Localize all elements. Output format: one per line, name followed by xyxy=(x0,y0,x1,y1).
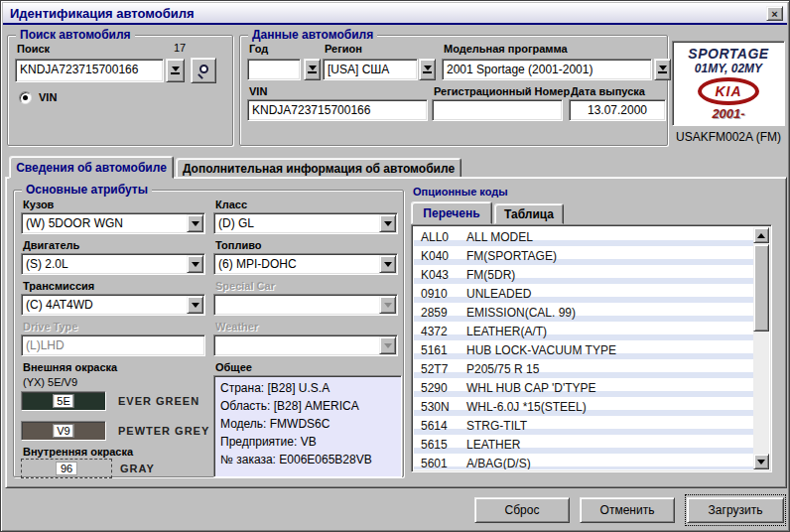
option-row[interactable]: 5614STRG-TILT xyxy=(414,416,753,435)
general-country: Страна: [B28] U.S.A xyxy=(220,379,395,397)
option-row[interactable]: 2859EMISSION(CAL. 99) xyxy=(414,303,753,322)
model-program-dropdown-button[interactable] xyxy=(654,59,671,80)
registration-number-label: Регистрационный Номер xyxy=(434,85,570,97)
down-arrow-icon xyxy=(757,460,765,465)
load-button[interactable]: Загрузить xyxy=(687,497,784,523)
down-arrow-icon[interactable] xyxy=(379,255,396,273)
tab-option-table[interactable]: Таблица xyxy=(494,203,564,224)
exterior-paint-label: Внешняя окраска xyxy=(23,361,117,373)
interior-paint-label: Внутренняя окраска xyxy=(23,446,133,458)
down-arrow-icon[interactable] xyxy=(187,214,203,232)
fuel-combo[interactable]: (6) MPI-DOHC xyxy=(213,253,398,275)
option-row[interactable]: K040FM(SPORTAGE) xyxy=(414,246,753,265)
option-row[interactable]: K043FM(5DR) xyxy=(414,265,753,284)
vin-radio-label: VIN xyxy=(39,91,57,103)
interior-color-name: GRAY xyxy=(120,463,155,474)
down-arrow-icon[interactable] xyxy=(379,214,396,232)
catalog-code: USAKFM002A (FM) xyxy=(672,130,785,144)
option-row[interactable]: 5601A/BAG(D/S) xyxy=(414,454,753,469)
model-program-label: Модельная программа xyxy=(444,43,568,55)
scroll-up-button[interactable] xyxy=(753,227,769,243)
attributes-title: Основные атрибуты xyxy=(22,183,152,197)
exterior-color-name-2: PEWTER GREY xyxy=(118,425,209,437)
special-car-label: Special Car xyxy=(215,280,275,292)
engine-combo[interactable]: (S) 2.0L xyxy=(21,253,205,275)
vin-input[interactable]: KNDJA723715700166 xyxy=(247,99,428,121)
magnifier-icon xyxy=(198,65,210,77)
fuel-label: Топливо xyxy=(215,239,261,251)
search-dropdown-button[interactable] xyxy=(166,59,185,82)
search-input[interactable]: KNDJA723715700166 xyxy=(15,59,164,82)
close-icon: × xyxy=(771,8,777,20)
search-button[interactable] xyxy=(191,58,216,83)
option-row[interactable]: 5161HUB LOCK-VACUUM TYPE xyxy=(414,340,753,359)
exterior-color-swatch-2: V9 xyxy=(21,421,106,441)
tab-option-list[interactable]: Перечень xyxy=(411,201,492,224)
search-group-title: Поиск автомобиля xyxy=(16,28,135,42)
model-program-input[interactable]: 2001 Sportage (2001-2001) xyxy=(442,59,652,80)
exterior-color-name-1: EVER GREEN xyxy=(118,395,199,407)
general-label: Общее xyxy=(215,361,252,373)
search-count: 17 xyxy=(174,42,186,54)
window-title: Идентификация автомобиля xyxy=(3,6,195,21)
down-arrow-icon xyxy=(423,66,432,73)
down-arrow-icon[interactable] xyxy=(187,296,203,314)
region-label: Регион xyxy=(325,43,362,55)
exterior-paint-code: (YX) 5E/V9 xyxy=(23,376,77,388)
general-info-box: Страна: [B28] U.S.A Область: [B28] AMERI… xyxy=(213,375,402,477)
registration-number-input[interactable] xyxy=(432,99,563,121)
drive-type-label: Drive Type xyxy=(23,321,77,332)
general-order-no: № заказа: E006E065B28VB xyxy=(220,451,395,468)
down-arrow-icon xyxy=(379,296,396,314)
logo-model-name: SPORTAGE xyxy=(673,46,784,62)
option-list-scrollbar[interactable] xyxy=(753,227,769,469)
reset-button[interactable]: Сброс xyxy=(474,497,570,523)
vehicle-data-title: Данные автомобиля xyxy=(248,28,377,42)
tab-vehicle-info[interactable]: Сведения об автомобиле xyxy=(9,156,174,179)
body-combo[interactable]: (W) 5DOOR WGN xyxy=(21,212,205,234)
scrollbar-thumb[interactable] xyxy=(753,244,769,332)
option-codes-title: Опционные коды xyxy=(413,186,508,198)
general-model: Модель: FMWDS6C xyxy=(220,415,395,433)
special-car-combo xyxy=(213,294,398,316)
option-row[interactable]: 5615LEATHER xyxy=(414,435,753,454)
option-row[interactable]: 4372LEATHER(A/T) xyxy=(414,322,753,340)
tab-additional-info[interactable]: Дополнительная информация об автомобиле xyxy=(176,158,461,179)
down-arrow-icon xyxy=(308,66,317,73)
interior-color-box: 96 xyxy=(21,459,112,478)
vin-radio[interactable] xyxy=(19,91,32,104)
up-arrow-icon xyxy=(757,233,765,238)
region-dropdown-button[interactable] xyxy=(419,59,436,80)
transmission-combo[interactable]: (C) 4AT4WD xyxy=(21,294,205,316)
class-label: Класс xyxy=(215,199,247,210)
option-row[interactable]: 52T7P205/75 R 15 xyxy=(414,359,753,378)
transmission-label: Трансмиссия xyxy=(23,280,94,292)
title-bar[interactable]: Идентификация автомобиля × xyxy=(3,3,787,25)
general-plant: Предприятие: VB xyxy=(220,433,395,451)
vin-label: VIN xyxy=(249,85,267,97)
release-date-input[interactable]: 13.07.2000 xyxy=(569,99,666,121)
option-codes-list[interactable]: ALL0ALL MODEL K040FM(SPORTAGE) K043FM(5D… xyxy=(411,224,772,472)
cancel-button[interactable]: Отменить xyxy=(580,497,675,523)
release-date-label: Дата выпуска xyxy=(571,85,645,97)
year-input[interactable] xyxy=(247,59,301,80)
close-button[interactable]: × xyxy=(766,6,783,21)
region-input[interactable]: [USA] США xyxy=(323,59,418,80)
option-row[interactable]: 5290WHL HUB CAP 'D'TYPE xyxy=(414,378,753,397)
down-arrow-icon[interactable] xyxy=(187,255,203,273)
general-area: Область: [B28] AMERICA xyxy=(220,397,395,415)
year-dropdown-button[interactable] xyxy=(304,59,321,80)
search-label: Поиск xyxy=(17,43,50,55)
option-row[interactable]: ALL0ALL MODEL xyxy=(414,227,753,246)
option-row[interactable]: 0910UNLEADED xyxy=(414,284,753,303)
option-rows: ALL0ALL MODEL K040FM(SPORTAGE) K043FM(5D… xyxy=(414,227,753,469)
vehicle-identification-dialog: Идентификация автомобиля × Поиск автомоб… xyxy=(0,0,790,532)
class-combo[interactable]: (D) GL xyxy=(213,212,398,234)
down-arrow-icon xyxy=(658,66,667,73)
scroll-down-button[interactable] xyxy=(753,454,769,469)
drive-type-input: (L)LHD xyxy=(21,334,205,356)
logo-year: 2001- xyxy=(673,106,784,121)
logo-model-years: 01MY, 02MY xyxy=(673,62,784,75)
weather-combo xyxy=(213,334,398,356)
option-row[interactable]: 530NWHL-6.0J *15(STEEL) xyxy=(414,397,753,416)
